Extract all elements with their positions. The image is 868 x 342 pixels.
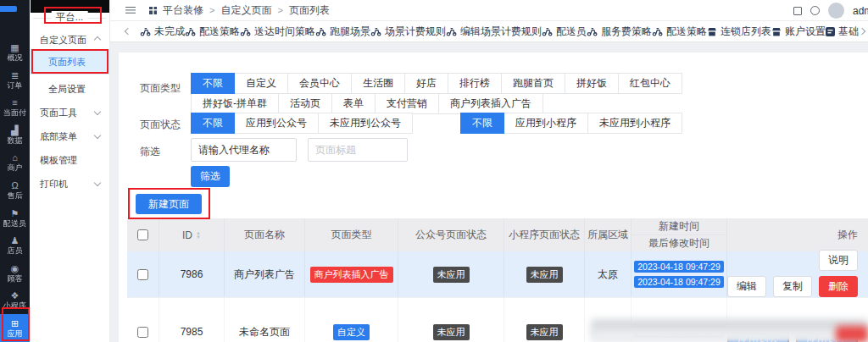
tabs: 未完成 配送策略 送达时间策略 跑腿场景 场景计费规则 编辑场景计费规则 配送员…: [140, 21, 856, 42]
chevron-up-icon: [94, 36, 101, 43]
icon-sidebar: ▦概况 ≣订单 ≡当面付 ▟数据 ⌂商户 Ω售后 ⚑配送员 ♟店员 ◉顾客 ❖小…: [0, 0, 30, 342]
chevron-down-icon: [94, 108, 101, 114]
note-button[interactable]: 说明: [819, 250, 858, 271]
sidebar-item-merchant[interactable]: ⌂商户: [0, 149, 30, 177]
option-wechat-unlimited[interactable]: 不限: [191, 113, 235, 134]
page-title-input[interactable]: [308, 138, 408, 162]
sidebar-item-label: 店员: [7, 246, 22, 255]
tabs-scroll-right-icon[interactable]: [859, 28, 865, 35]
sidebar-item-apps[interactable]: ⊞应用: [0, 314, 30, 342]
tab-delivery-strategy[interactable]: 配送策略: [185, 25, 240, 39]
sidebar-item-mini-program[interactable]: ❖小程序: [0, 287, 30, 315]
header-id[interactable]: ID▲▼: [159, 218, 225, 251]
sidebar-item-data[interactable]: ▟数据: [0, 122, 30, 150]
customer-icon: ◉: [11, 264, 19, 273]
option-redpacket-center[interactable]: 红包中心: [618, 73, 682, 94]
tab-label: 场景计费规则: [385, 25, 446, 39]
option-member-center[interactable]: 会员中心: [287, 73, 352, 94]
tab-incomplete[interactable]: 未完成: [140, 25, 185, 39]
scooter-icon: [315, 27, 326, 36]
tab-account-settings[interactable]: 账户设置: [771, 25, 826, 39]
collapse-sidebar-icon[interactable]: [125, 7, 136, 8]
delete-button[interactable]: 删除: [819, 276, 858, 297]
option-good-shop[interactable]: 好店: [404, 73, 448, 94]
row-checkbox[interactable]: [137, 327, 148, 338]
sidebar-item-overview[interactable]: ▦概况: [0, 39, 30, 67]
menu-item-template-management[interactable]: 模板管理: [30, 151, 109, 169]
apply-to-mini-button[interactable]: 应用到小程序: [796, 327, 858, 342]
menu-item-bottom-menu[interactable]: 底部菜单: [30, 127, 109, 146]
tab-errand-scene[interactable]: 跑腿场景: [315, 25, 370, 39]
option-applied-to-wechat[interactable]: 应用到公众号: [234, 113, 319, 134]
tab-chain-store-list[interactable]: 连锁店列表: [707, 25, 771, 39]
fullscreen-icon[interactable]: [793, 7, 802, 15]
filter-submit-button[interactable]: 筛选: [191, 166, 230, 187]
tab-edit-scene-billing-rules[interactable]: 编辑场景计费规则: [446, 25, 542, 39]
option-not-applied-to-mini[interactable]: 未应用到小程序: [587, 113, 682, 134]
option-pinhaofan[interactable]: 拼好饭: [565, 73, 619, 94]
tab-scene-billing-rules[interactable]: 场景计费规则: [370, 25, 446, 39]
tabs-scroll-left-icon[interactable]: [125, 28, 131, 35]
tab-arrival-time-strategy[interactable]: 送达时间策略: [240, 25, 315, 39]
tab-service-fee-strategy[interactable]: 服务费策略: [587, 25, 652, 39]
option-applied-to-mini[interactable]: 应用到小程序: [504, 113, 588, 134]
menu-item-page-list[interactable]: 页面列表: [30, 49, 109, 74]
option-activity-page[interactable]: 活动页: [278, 93, 332, 114]
option-errand-home[interactable]: 跑腿首页: [501, 73, 565, 94]
edit-button[interactable]: 编辑: [727, 276, 766, 297]
option-unlimited[interactable]: 不限: [191, 73, 235, 94]
menu-item-label: 打印机: [40, 178, 68, 190]
sidebar-item-after-sales[interactable]: Ω售后: [0, 177, 30, 205]
sidebar-item-orders[interactable]: ≣订单: [0, 67, 30, 95]
menu-item-custom-pages[interactable]: 自定义页面: [30, 30, 109, 49]
select-all-checkbox[interactable]: [137, 229, 148, 240]
tab-label: 配送策略: [199, 25, 240, 39]
cell-page-type: 自定义: [305, 298, 398, 342]
cell-id: 7985: [159, 298, 225, 342]
option-mini-unlimited[interactable]: 不限: [460, 113, 504, 134]
refresh-icon[interactable]: [810, 6, 820, 15]
tab-basic[interactable]: 基础: [826, 25, 859, 39]
row-checkbox[interactable]: [137, 269, 148, 280]
header-wechat-status: 公众号页面状态: [398, 218, 504, 251]
cell-wechat-status: 未应用: [398, 298, 504, 342]
cell-region: [585, 298, 632, 342]
scooter-icon: [446, 27, 457, 36]
tab-strip: 未完成 配送策略 送达时间策略 跑腿场景 场景计费规则 编辑场景计费规则 配送员…: [110, 21, 868, 42]
agent-name-input[interactable]: [191, 138, 297, 162]
cell-operations: 应用到公众号 应用到小程序: [727, 298, 868, 342]
username[interactable]: admin: [853, 5, 868, 17]
option-ranking[interactable]: 排行榜: [448, 73, 502, 94]
menu-item-printer[interactable]: 打印机: [30, 174, 109, 193]
headset-icon: Ω: [11, 181, 18, 190]
header-operations: 操作: [727, 218, 868, 251]
option-pinhaofan-group[interactable]: 拼好饭-拼单群: [191, 93, 279, 114]
tab-courier[interactable]: 配送员: [542, 25, 587, 39]
option-pay-marketing[interactable]: 支付营销: [375, 93, 439, 114]
option-life-circle[interactable]: 生活圈: [351, 73, 405, 94]
sidebar-item-courier[interactable]: ⚑配送员: [0, 204, 30, 232]
option-merchant-list-ad[interactable]: 商户列表插入广告: [438, 93, 543, 114]
menu-item-global-settings[interactable]: 全局设置: [30, 80, 109, 98]
new-page-button[interactable]: 新建页面: [136, 194, 202, 214]
option-not-applied-to-wechat[interactable]: 未应用到公众号: [318, 113, 413, 134]
sidebar-item-clerk[interactable]: ♟店员: [0, 232, 30, 260]
sort-icon[interactable]: ▲▼: [196, 231, 201, 240]
tab-delivery-strategy-2[interactable]: 配送策略: [652, 25, 707, 39]
menu-sidebar-title[interactable]: 平台...: [52, 11, 88, 24]
breadcrumb-item[interactable]: 自定义页面: [220, 3, 271, 18]
menu-item-page-tools[interactable]: 页面工具: [30, 103, 109, 122]
apply-to-wechat-button[interactable]: 应用到公众号: [727, 327, 789, 342]
option-custom[interactable]: 自定义: [234, 73, 288, 94]
cell-mini-status: 未应用: [504, 298, 585, 342]
avatar[interactable]: [828, 3, 844, 19]
option-form[interactable]: 表单: [331, 93, 376, 114]
copy-button[interactable]: 复制: [773, 276, 812, 297]
sidebar-item-customer[interactable]: ◉顾客: [0, 259, 30, 287]
icon-sidebar-items: ▦概况 ≣订单 ≡当面付 ▟数据 ⌂商户 Ω售后 ⚑配送员 ♟店员 ◉顾客 ❖小…: [0, 39, 30, 342]
header-time: 新建时间 最后修改时间: [632, 218, 727, 251]
created-time-tag: 2023-04-14 14:32:46: [634, 326, 724, 338]
breadcrumb-item[interactable]: 平台装修: [163, 3, 203, 18]
sidebar-item-face-to-face-pay[interactable]: ≡当面付: [0, 94, 30, 122]
header-select-all: [127, 218, 159, 251]
